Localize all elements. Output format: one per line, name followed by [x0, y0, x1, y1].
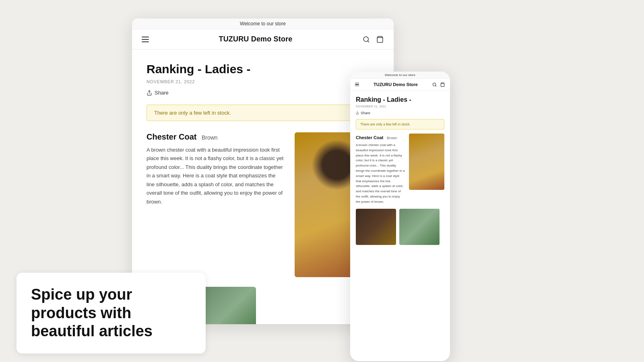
mobile-product-name: Chester Coat — [356, 135, 383, 140]
desktop-share-label: Share — [155, 90, 169, 96]
mobile-store-header: Welcome to our store TUZURU Demo Store — [350, 72, 450, 90]
mobile-product-row: Chester Coat Brown A brown chester coat … — [356, 134, 444, 205]
desktop-share-button[interactable]: Share — [147, 90, 379, 96]
mobile-search-icon[interactable] — [432, 82, 437, 87]
mobile-article-date: NOVEMBER 21, 2022 — [356, 105, 444, 108]
desktop-article-title: Ranking - Ladies - — [147, 62, 379, 76]
mobile-store-content: Ranking - Ladies - NOVEMBER 21, 2022 Sha… — [350, 90, 450, 245]
mobile-store-title: TUZURU Demo Store — [374, 82, 418, 87]
desktop-article-date: NOVEMBER 21, 2022 — [147, 79, 379, 84]
desktop-product-name: Chester Coat — [147, 132, 196, 141]
desktop-product-desc: A brown chester coat with a beautiful im… — [147, 146, 285, 206]
hamburger-icon[interactable] — [142, 37, 149, 42]
mobile-hamburger-icon[interactable] — [355, 83, 359, 86]
mobile-thumb-1 — [356, 209, 396, 245]
desktop-store-nav: TUZURU Demo Store — [132, 29, 394, 49]
mobile-cart-icon[interactable] — [440, 82, 445, 87]
mobile-product-desc: A brown chester coat with a beautiful im… — [356, 143, 405, 205]
mobile-product-image — [409, 134, 444, 190]
cart-icon[interactable] — [376, 35, 384, 43]
mobile-nav-icons — [432, 82, 445, 87]
mobile-share-label: Share — [361, 111, 370, 115]
mobile-share-button[interactable]: Share — [356, 111, 444, 115]
desktop-store-header: Welcome to our store TUZURU Demo Store — [132, 19, 394, 49]
mobile-stock-alert: There are only a few left in stock. — [356, 119, 444, 130]
mobile-article-title: Ranking - Ladies - — [356, 96, 444, 103]
search-icon[interactable] — [362, 35, 370, 43]
svg-line-5 — [436, 85, 436, 86]
desktop-store-banner: Welcome to our store — [132, 19, 394, 29]
mobile-store-nav: TUZURU Demo Store — [350, 79, 450, 90]
mobile-thumbnail-row — [356, 209, 444, 245]
desktop-product-row: Chester Coat Brown A brown chester coat … — [147, 132, 379, 277]
tagline-text: Spice up your products with beautiful ar… — [31, 286, 191, 341]
desktop-product-color: Brown — [202, 134, 218, 141]
tagline-card: Spice up your products with beautiful ar… — [17, 273, 206, 354]
mobile-product-text: Chester Coat Brown A brown chester coat … — [356, 134, 405, 205]
svg-line-1 — [367, 41, 369, 42]
mobile-store-banner: Welcome to our store — [350, 72, 450, 79]
mobile-product-color: Brown — [387, 136, 397, 140]
desktop-stock-alert: There are only a few left in stock. — [147, 105, 379, 121]
desktop-nav-icons — [362, 35, 384, 43]
desktop-thumb-2 — [204, 287, 256, 324]
desktop-store-title: TUZURU Demo Store — [219, 35, 292, 43]
desktop-product-text: Chester Coat Brown A brown chester coat … — [147, 132, 285, 206]
mobile-thumb-2 — [399, 209, 440, 245]
mobile-browser-mock: Welcome to our store TUZURU Demo Store — [350, 72, 450, 361]
